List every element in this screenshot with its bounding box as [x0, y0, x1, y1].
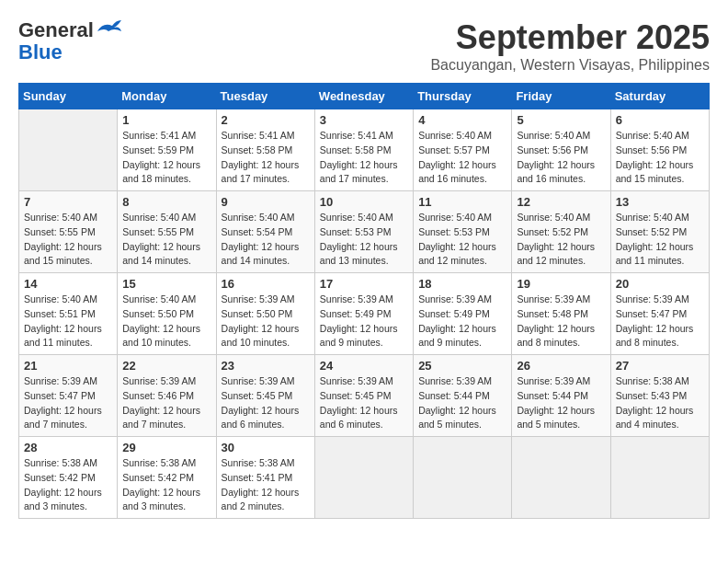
day-info: Sunrise: 5:40 AMSunset: 5:54 PMDaylight:…	[222, 211, 310, 269]
calendar-cell: 16Sunrise: 5:39 AMSunset: 5:50 PMDayligh…	[216, 273, 314, 355]
day-info: Sunrise: 5:40 AMSunset: 5:55 PMDaylight:…	[122, 211, 210, 269]
day-number: 8	[122, 195, 210, 209]
weekday-header-monday: Monday	[118, 84, 216, 109]
day-info: Sunrise: 5:39 AMSunset: 5:50 PMDaylight:…	[222, 293, 310, 350]
calendar-cell: 2Sunrise: 5:41 AMSunset: 5:58 PMDaylight…	[216, 109, 314, 191]
weekday-header-thursday: Thursday	[414, 84, 512, 109]
calendar-cell: 11Sunrise: 5:40 AMSunset: 5:53 PMDayligh…	[414, 191, 512, 273]
day-number: 7	[24, 195, 112, 209]
calendar-cell: 6Sunrise: 5:40 AMSunset: 5:56 PMDaylight…	[610, 109, 709, 191]
day-info: Sunrise: 5:40 AMSunset: 5:53 PMDaylight:…	[320, 211, 408, 269]
page-header: General Blue September 2025 Bacuyangan, …	[18, 18, 710, 74]
calendar-week-row: 1Sunrise: 5:41 AMSunset: 5:59 PMDaylight…	[19, 109, 710, 191]
day-info: Sunrise: 5:40 AMSunset: 5:56 PMDaylight:…	[517, 129, 605, 187]
day-info: Sunrise: 5:40 AMSunset: 5:53 PMDaylight:…	[418, 211, 506, 269]
calendar-cell	[512, 437, 610, 519]
calendar-cell: 26Sunrise: 5:39 AMSunset: 5:44 PMDayligh…	[512, 355, 610, 437]
day-number: 5	[517, 113, 605, 127]
day-number: 14	[24, 277, 112, 291]
calendar-cell: 8Sunrise: 5:40 AMSunset: 5:55 PMDaylight…	[118, 191, 216, 273]
day-number: 1	[122, 113, 210, 127]
day-info: Sunrise: 5:40 AMSunset: 5:52 PMDaylight:…	[616, 211, 704, 269]
day-info: Sunrise: 5:39 AMSunset: 5:47 PMDaylight:…	[24, 374, 112, 432]
day-number: 20	[616, 277, 704, 291]
calendar-cell	[414, 437, 512, 519]
calendar-cell: 17Sunrise: 5:39 AMSunset: 5:49 PMDayligh…	[314, 273, 413, 355]
day-info: Sunrise: 5:39 AMSunset: 5:49 PMDaylight:…	[418, 293, 506, 350]
calendar-week-row: 14Sunrise: 5:40 AMSunset: 5:51 PMDayligh…	[19, 273, 710, 355]
day-number: 6	[616, 113, 704, 127]
day-number: 23	[222, 359, 310, 373]
day-number: 3	[320, 113, 408, 127]
calendar-cell: 20Sunrise: 5:39 AMSunset: 5:47 PMDayligh…	[610, 273, 709, 355]
calendar-cell: 13Sunrise: 5:40 AMSunset: 5:52 PMDayligh…	[610, 191, 709, 273]
calendar-cell: 5Sunrise: 5:40 AMSunset: 5:56 PMDaylight…	[512, 109, 610, 191]
day-info: Sunrise: 5:41 AMSunset: 5:58 PMDaylight:…	[320, 129, 408, 187]
calendar-cell: 27Sunrise: 5:38 AMSunset: 5:43 PMDayligh…	[610, 355, 709, 437]
day-number: 28	[24, 441, 112, 454]
weekday-header-sunday: Sunday	[19, 84, 118, 109]
day-info: Sunrise: 5:39 AMSunset: 5:45 PMDaylight:…	[320, 374, 408, 432]
calendar-cell: 1Sunrise: 5:41 AMSunset: 5:59 PMDaylight…	[118, 109, 216, 191]
day-info: Sunrise: 5:38 AMSunset: 5:41 PMDaylight:…	[222, 456, 310, 514]
day-info: Sunrise: 5:38 AMSunset: 5:42 PMDaylight:…	[122, 456, 210, 514]
calendar-cell: 18Sunrise: 5:39 AMSunset: 5:49 PMDayligh…	[414, 273, 512, 355]
month-title: September 2025	[430, 18, 710, 57]
calendar-cell: 25Sunrise: 5:39 AMSunset: 5:44 PMDayligh…	[414, 355, 512, 437]
day-number: 16	[222, 277, 310, 291]
day-number: 4	[418, 113, 506, 127]
day-number: 29	[122, 441, 210, 454]
location-subtitle: Bacuyangan, Western Visayas, Philippines	[430, 57, 710, 74]
weekday-header-friday: Friday	[512, 84, 610, 109]
calendar-cell: 30Sunrise: 5:38 AMSunset: 5:41 PMDayligh…	[216, 437, 314, 519]
calendar-week-row: 28Sunrise: 5:38 AMSunset: 5:42 PMDayligh…	[19, 437, 710, 519]
logo-bird-icon	[96, 18, 123, 39]
day-info: Sunrise: 5:39 AMSunset: 5:49 PMDaylight:…	[320, 293, 408, 350]
day-info: Sunrise: 5:38 AMSunset: 5:43 PMDaylight:…	[616, 374, 704, 432]
calendar-cell: 7Sunrise: 5:40 AMSunset: 5:55 PMDaylight…	[19, 191, 118, 273]
day-number: 18	[418, 277, 506, 291]
logo-general: General	[18, 18, 94, 42]
day-info: Sunrise: 5:40 AMSunset: 5:55 PMDaylight:…	[24, 211, 112, 269]
day-info: Sunrise: 5:41 AMSunset: 5:58 PMDaylight:…	[222, 129, 310, 187]
day-number: 27	[616, 359, 704, 373]
day-info: Sunrise: 5:39 AMSunset: 5:44 PMDaylight:…	[517, 374, 605, 432]
calendar-cell	[610, 437, 709, 519]
calendar-cell: 3Sunrise: 5:41 AMSunset: 5:58 PMDaylight…	[314, 109, 413, 191]
day-number: 11	[418, 195, 506, 209]
calendar-cell: 24Sunrise: 5:39 AMSunset: 5:45 PMDayligh…	[314, 355, 413, 437]
calendar-week-row: 21Sunrise: 5:39 AMSunset: 5:47 PMDayligh…	[19, 355, 710, 437]
day-number: 10	[320, 195, 408, 209]
day-number: 22	[122, 359, 210, 373]
calendar-cell: 29Sunrise: 5:38 AMSunset: 5:42 PMDayligh…	[118, 437, 216, 519]
calendar-cell: 22Sunrise: 5:39 AMSunset: 5:46 PMDayligh…	[118, 355, 216, 437]
calendar-header-row: SundayMondayTuesdayWednesdayThursdayFrid…	[19, 84, 710, 109]
day-number: 9	[222, 195, 310, 209]
day-number: 17	[320, 277, 408, 291]
calendar-cell: 9Sunrise: 5:40 AMSunset: 5:54 PMDaylight…	[216, 191, 314, 273]
day-info: Sunrise: 5:40 AMSunset: 5:57 PMDaylight:…	[418, 129, 506, 187]
calendar-cell	[314, 437, 413, 519]
day-number: 25	[418, 359, 506, 373]
day-number: 30	[222, 441, 310, 454]
calendar-cell: 28Sunrise: 5:38 AMSunset: 5:42 PMDayligh…	[19, 437, 118, 519]
day-info: Sunrise: 5:40 AMSunset: 5:56 PMDaylight:…	[616, 129, 704, 187]
calendar-cell: 23Sunrise: 5:39 AMSunset: 5:45 PMDayligh…	[216, 355, 314, 437]
day-info: Sunrise: 5:41 AMSunset: 5:59 PMDaylight:…	[122, 129, 210, 187]
day-info: Sunrise: 5:39 AMSunset: 5:44 PMDaylight:…	[418, 374, 506, 432]
calendar-cell: 4Sunrise: 5:40 AMSunset: 5:57 PMDaylight…	[414, 109, 512, 191]
calendar-cell: 21Sunrise: 5:39 AMSunset: 5:47 PMDayligh…	[19, 355, 118, 437]
day-info: Sunrise: 5:39 AMSunset: 5:45 PMDaylight:…	[222, 374, 310, 432]
day-number: 12	[517, 195, 605, 209]
day-info: Sunrise: 5:39 AMSunset: 5:48 PMDaylight:…	[517, 293, 605, 350]
day-number: 13	[616, 195, 704, 209]
calendar-cell: 12Sunrise: 5:40 AMSunset: 5:52 PMDayligh…	[512, 191, 610, 273]
logo: General Blue	[18, 18, 123, 64]
calendar-cell: 14Sunrise: 5:40 AMSunset: 5:51 PMDayligh…	[19, 273, 118, 355]
calendar-table: SundayMondayTuesdayWednesdayThursdayFrid…	[18, 83, 710, 519]
calendar-cell: 15Sunrise: 5:40 AMSunset: 5:50 PMDayligh…	[118, 273, 216, 355]
calendar-cell: 19Sunrise: 5:39 AMSunset: 5:48 PMDayligh…	[512, 273, 610, 355]
day-number: 19	[517, 277, 605, 291]
logo-blue: Blue	[18, 40, 63, 63]
day-info: Sunrise: 5:40 AMSunset: 5:52 PMDaylight:…	[517, 211, 605, 269]
